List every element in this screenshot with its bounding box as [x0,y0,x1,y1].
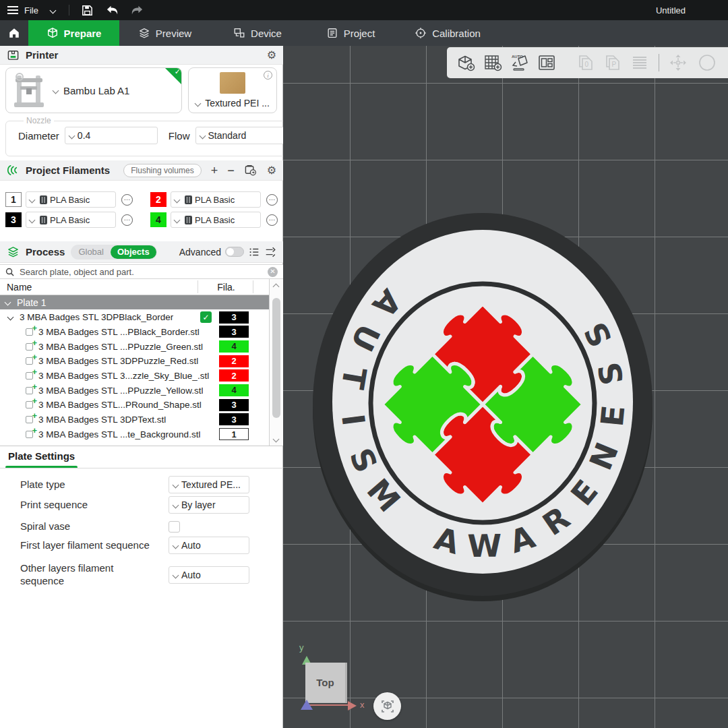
filament-badge[interactable]: 3 [219,326,249,338]
scrollbar-thumb[interactable] [272,298,280,418]
add-part-icon[interactable] [26,343,33,351]
table-row-part[interactable]: 3 MBA Badges STL 3...zzle_Sky_Blue_.stl … [0,369,269,384]
filament-select[interactable]: PLA Basic [171,212,261,228]
clear-search-icon[interactable]: ✕ [268,267,278,277]
filament-badge[interactable]: 1 [219,428,249,440]
auto-orient-icon[interactable]: AUTO [506,49,533,76]
tab-calibration[interactable]: Calibration [396,20,499,46]
parameter-settings-icon[interactable] [264,246,276,258]
filament-badge[interactable]: 2 [219,355,249,367]
add-object-icon[interactable] [452,49,479,76]
file-menu[interactable]: File [24,5,38,16]
filament-badge[interactable]: 3 [219,399,249,411]
filament-name: PLA Basic [195,215,235,225]
redo-icon[interactable] [130,3,145,18]
hamburger-menu-icon[interactable] [5,3,20,18]
move-icon[interactable] [665,49,692,76]
nozzle-flow-select[interactable]: Standard [195,127,293,144]
remove-filament-icon[interactable]: − [227,164,235,177]
chevron-down-icon[interactable] [7,314,14,321]
filament-select[interactable]: PLA Basic [171,191,261,208]
table-row-part[interactable]: 3 MBA Badges STL 3DPPuzzle_Red.stl 2 [0,354,269,369]
nozzle-diameter-select[interactable]: 0.4 [65,127,158,144]
chevron-down-icon[interactable] [50,7,57,13]
flushing-volumes-button[interactable]: Flushing volumes [123,164,201,177]
add-part-icon[interactable] [26,372,33,380]
scope-global[interactable]: Global [71,245,111,259]
variable-layer-height-icon[interactable] [626,49,653,76]
table-row-part[interactable]: 3 MBA Badges STL ...te_Background.stl 1 [0,427,269,442]
fila-column-header[interactable]: Fila. [200,282,253,293]
filament-more-icon[interactable]: … [121,194,133,206]
add-part-icon[interactable] [26,431,33,438]
table-row-part[interactable]: 3 MBA Badges STL ...PBlack_Border.stl 3 [0,325,269,340]
spiral-vase-checkbox[interactable] [169,521,180,533]
table-row-object[interactable]: 3 MBA Badges STL 3DPBlack_Border ✓ 3 [0,310,269,325]
table-row-part[interactable]: 3 MBA Badges STL ...PPuzzle_Yellow.stl 4 [0,383,269,398]
arrange-icon[interactable] [533,49,560,76]
filament-select[interactable]: PLA Basic [26,191,116,208]
add-part-icon[interactable] [26,401,33,408]
view-cube-top[interactable]: Top [305,663,347,703]
process-scope-toggle: Global Objects [71,245,156,260]
add-part-icon[interactable] [26,357,33,365]
nozzle-legend: Nozzle [24,116,54,125]
setting-row-other-layers-sequence: Other layers filament sequence Auto [20,562,276,588]
add-part-icon[interactable] [26,387,33,394]
plate-row[interactable]: Plate 1 [0,295,269,309]
save-icon[interactable] [80,3,95,18]
tab-preview[interactable]: Preview [119,20,210,46]
search-input[interactable] [18,266,264,278]
model-autism-awareness-badge[interactable] [283,46,728,728]
divider [0,468,283,468]
split-to-parts-icon[interactable]: P [599,49,626,76]
table-row-part[interactable]: 3 MBA Badges STL 3DPText.stl 3 [0,413,269,427]
print-sequence-select[interactable]: By layer [169,496,249,514]
other-layers-sequence-select[interactable]: Auto [169,566,249,584]
first-layer-sequence-select[interactable]: Auto [169,537,249,554]
plate-type-select[interactable]: Textured PE... [169,476,249,493]
table-row-part[interactable]: 3 MBA Badges STL ...PPuzzle_Green.stl 4 [0,339,269,354]
rotate-icon[interactable] [692,49,719,76]
orientation-reset-button[interactable] [373,692,401,720]
advanced-toggle[interactable] [225,247,244,257]
split-to-objects-icon[interactable]: 0 [572,49,599,76]
scroll-down-icon[interactable] [273,436,280,443]
tab-project[interactable]: Project [305,20,396,46]
add-part-icon[interactable] [26,416,33,423]
gear-icon[interactable]: ⚙ [267,50,276,61]
filament-more-icon[interactable]: … [121,214,133,226]
undo-icon[interactable] [105,3,120,18]
name-column-header[interactable]: Name [7,282,32,293]
filament-more-icon[interactable]: … [266,214,278,226]
ams-sync-icon[interactable] [244,164,257,177]
tab-device[interactable]: Device [210,20,305,46]
printer-selector[interactable]: Bambu Lab A1 ✓ [5,67,182,113]
add-part-icon[interactable] [26,328,33,336]
info-icon[interactable]: i [264,71,272,80]
add-plate-icon[interactable] [479,49,506,76]
filament-badge[interactable]: 3 [219,311,249,324]
tab-home[interactable] [0,20,28,46]
filament-badge[interactable]: 4 [219,340,249,353]
plate-settings-tab[interactable]: Plate Settings [0,450,283,462]
filament-more-icon[interactable]: … [266,194,278,206]
filament-badge[interactable]: 3 [219,413,249,425]
setting-row-first-layer-sequence: First layer filament sequence Auto [20,539,276,552]
scope-objects[interactable]: Objects [111,245,156,259]
tab-prepare[interactable]: Prepare [28,20,119,46]
chevron-down-icon[interactable] [5,299,11,306]
filament-badge[interactable]: 4 [219,384,249,396]
list-icon[interactable] [248,246,260,258]
gear-icon[interactable]: ⚙ [267,165,276,176]
checkbox-checked-icon[interactable]: ✓ [200,311,212,323]
filament-badge[interactable]: 2 [219,369,249,382]
viewport-3d[interactable]: AUTISMAWARENESS AUTO 0 P [283,46,728,728]
flow-value: Standard [208,130,247,141]
add-filament-icon[interactable]: + [211,164,218,177]
table-row-part[interactable]: 3 MBA Badges STL...PRound_Shape.stl 3 [0,398,269,413]
table-scrollbar[interactable] [269,279,283,446]
filament-select[interactable]: PLA Basic [26,212,116,228]
plate-selector[interactable]: i Textured PEI ... [188,67,277,113]
scroll-up-icon[interactable] [273,284,280,291]
